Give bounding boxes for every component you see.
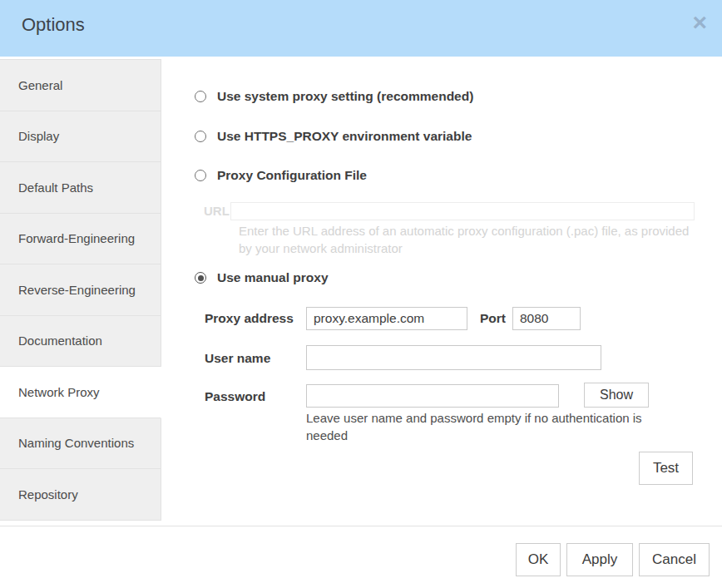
sidebar-item-default-paths[interactable]: Default Paths — [0, 162, 161, 214]
proxy-address-input[interactable] — [306, 307, 467, 330]
sidebar-item-display[interactable]: Display — [0, 111, 161, 163]
sidebar: General Display Default Paths Forward-En… — [0, 59, 161, 521]
radio-unchecked-icon[interactable] — [195, 91, 206, 102]
radio-option-label: Use HTTPS_PROXY environment variable — [217, 129, 472, 144]
footer-divider — [0, 526, 722, 526]
options-dialog: Options × General Display Default Paths … — [0, 0, 722, 588]
footer-buttons: OK Apply Cancel — [516, 543, 710, 576]
port-input[interactable] — [512, 307, 581, 330]
dialog-title: Options — [22, 14, 85, 36]
dialog-header: Options × — [0, 0, 722, 57]
show-password-button[interactable]: Show — [584, 383, 649, 408]
password-input[interactable] — [306, 384, 559, 408]
apply-button[interactable]: Apply — [566, 543, 633, 576]
radio-option-https-proxy-env[interactable]: Use HTTPS_PROXY environment variable — [195, 129, 472, 144]
sidebar-item-documentation[interactable]: Documentation — [0, 316, 161, 368]
proxy-address-label: Proxy address — [205, 311, 294, 326]
radio-unchecked-icon[interactable] — [195, 170, 206, 181]
sidebar-item-reverse-engineering[interactable]: Reverse-Engineering — [0, 264, 161, 316]
radio-option-manual-proxy[interactable]: Use manual proxy — [195, 270, 329, 285]
sidebar-item-general[interactable]: General — [0, 60, 161, 111]
radio-option-label: Proxy Configuration File — [217, 168, 367, 183]
radio-option-system-proxy[interactable]: Use system proxy setting (recommended) — [195, 89, 473, 104]
url-input — [230, 202, 695, 220]
sidebar-item-repository[interactable]: Repository — [0, 469, 161, 521]
ok-button[interactable]: OK — [516, 543, 561, 576]
test-button[interactable]: Test — [639, 452, 693, 485]
radio-option-label: Use manual proxy — [217, 270, 329, 285]
url-label: URL — [204, 202, 230, 220]
sidebar-item-network-proxy[interactable]: Network Proxy — [0, 367, 161, 418]
auth-helper-text: Leave user name and password empty if no… — [306, 409, 680, 444]
user-name-label: User name — [205, 351, 270, 366]
password-label: Password — [205, 389, 265, 404]
radio-checked-icon[interactable] — [195, 272, 206, 284]
radio-option-proxy-config-file[interactable]: Proxy Configuration File — [195, 168, 367, 183]
port-label: Port — [480, 311, 506, 326]
radio-unchecked-icon[interactable] — [195, 131, 206, 142]
cancel-button[interactable]: Cancel — [639, 543, 710, 576]
sidebar-item-naming-conventions[interactable]: Naming Conventions — [0, 418, 161, 470]
close-icon[interactable]: × — [692, 10, 707, 35]
radio-option-label: Use system proxy setting (recommended) — [217, 89, 473, 104]
network-proxy-panel: Use system proxy setting (recommended) U… — [161, 57, 722, 588]
user-name-input[interactable] — [306, 345, 601, 370]
sidebar-item-forward-engineering[interactable]: Forward-Engineering — [0, 214, 161, 265]
url-helper-text: Enter the URL address of an automatic pr… — [239, 222, 692, 257]
